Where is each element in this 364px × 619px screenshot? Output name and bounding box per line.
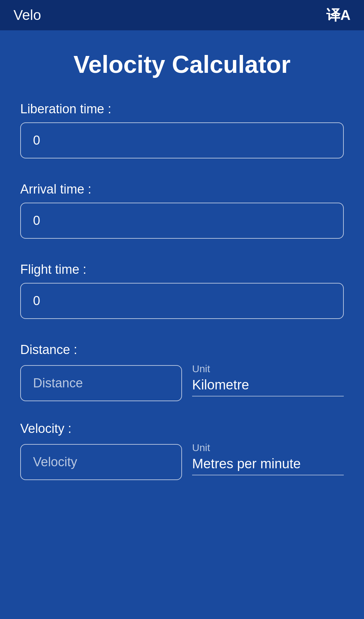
distance-row: Unit Kilometre: [20, 363, 344, 401]
velocity-input[interactable]: [20, 444, 182, 480]
liberation-time-label: Liberation time :: [20, 102, 344, 116]
arrival-time-input[interactable]: [20, 203, 344, 239]
velocity-label: Velocity :: [20, 421, 344, 436]
distance-section: Distance : Unit Kilometre: [20, 343, 344, 401]
velocity-row: Unit Metres per minute: [20, 442, 344, 480]
distance-unit-value[interactable]: Kilometre: [192, 377, 344, 396]
arrival-time-section: Arrival time :: [20, 182, 344, 256]
liberation-time-input[interactable]: [20, 122, 344, 158]
distance-input[interactable]: [20, 365, 182, 401]
app-title: Velo: [13, 7, 41, 23]
flight-time-input[interactable]: [20, 283, 344, 319]
translate-icon[interactable]: 译A: [326, 6, 351, 25]
velocity-unit-col: Unit Metres per minute: [192, 442, 344, 480]
page-title: Velocity Calculator: [20, 51, 344, 78]
arrival-time-label: Arrival time :: [20, 182, 344, 197]
distance-unit-label: Unit: [192, 363, 344, 375]
distance-label: Distance :: [20, 343, 344, 357]
velocity-input-col: [20, 444, 182, 480]
distance-unit-col: Unit Kilometre: [192, 363, 344, 401]
distance-input-col: [20, 365, 182, 401]
flight-time-section: Flight time :: [20, 262, 344, 336]
top-bar: Velo 译A: [0, 0, 364, 30]
velocity-unit-value[interactable]: Metres per minute: [192, 456, 344, 475]
flight-time-label: Flight time :: [20, 262, 344, 277]
liberation-time-section: Liberation time :: [20, 102, 344, 175]
velocity-section: Velocity : Unit Metres per minute: [20, 421, 344, 480]
main-content: Velocity Calculator Liberation time : Ar…: [0, 30, 364, 527]
velocity-unit-label: Unit: [192, 442, 344, 453]
